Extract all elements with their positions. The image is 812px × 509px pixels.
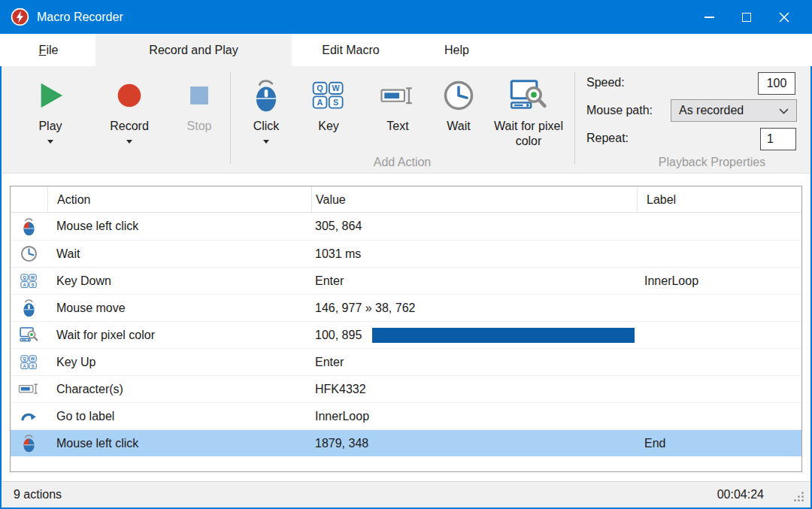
mouse-click-icon bbox=[250, 74, 282, 117]
svg-text:W: W bbox=[31, 275, 35, 280]
table-row[interactable]: Mouse move146, 977 » 38, 762 bbox=[11, 294, 801, 321]
text-field-icon bbox=[11, 382, 47, 395]
label-cell: End bbox=[637, 437, 801, 450]
stop-icon bbox=[186, 74, 212, 117]
repeat-input[interactable] bbox=[760, 128, 796, 150]
click-button[interactable]: Click bbox=[236, 71, 296, 144]
repeat-label: Repeat: bbox=[586, 132, 629, 145]
table-row[interactable]: Wait for pixel color100, 895 bbox=[11, 321, 801, 348]
tab-record-and-play[interactable]: Record and Play bbox=[95, 34, 292, 66]
record-icon bbox=[116, 74, 143, 117]
wait-for-pixel-color-button[interactable]: Wait for pixel color bbox=[483, 71, 574, 149]
toolbar-button-label: Wait for pixel color bbox=[483, 119, 574, 149]
tab-edit-macro[interactable]: Edit Macro bbox=[292, 34, 410, 66]
status-bar: 9 actions 00:04:24 bbox=[2, 481, 810, 507]
minimize-icon bbox=[704, 17, 714, 18]
tab-label: File bbox=[39, 44, 59, 57]
ribbon-tab-bar: FileRecord and PlayEdit MacroHelp bbox=[0, 34, 812, 66]
value-cell: 100, 895 bbox=[311, 328, 637, 343]
table-row[interactable]: Mouse left click1879, 348End bbox=[11, 429, 801, 456]
mouse-left-click-icon bbox=[11, 217, 47, 236]
minimize-button[interactable] bbox=[690, 0, 728, 34]
mouse-path-select[interactable]: As recorded bbox=[671, 99, 797, 122]
svg-text:A: A bbox=[23, 282, 26, 286]
add-action-group-label: Add Action bbox=[307, 156, 498, 169]
play-icon bbox=[36, 74, 65, 117]
title-bar: Macro Recorder bbox=[0, 0, 812, 34]
action-cell: Mouse move bbox=[47, 301, 311, 315]
tab-label: Edit Macro bbox=[322, 44, 379, 57]
value-cell: 1031 ms bbox=[311, 247, 637, 261]
text-field-icon bbox=[380, 74, 416, 117]
action-column-header[interactable]: Action bbox=[47, 186, 311, 213]
value-cell: Enter bbox=[311, 356, 637, 369]
pixel-color-icon bbox=[510, 74, 548, 117]
play-button[interactable]: Play bbox=[9, 71, 92, 144]
action-cell: Character(s) bbox=[47, 383, 311, 396]
tab-label: Help bbox=[444, 44, 469, 57]
icon-column-header bbox=[11, 186, 47, 213]
stop-button: Stop bbox=[167, 71, 232, 134]
maximize-button[interactable] bbox=[728, 0, 765, 34]
wait-button[interactable]: Wait bbox=[435, 71, 483, 134]
close-button[interactable] bbox=[765, 0, 803, 34]
value-cell: 1879, 348 bbox=[311, 437, 637, 450]
close-icon bbox=[779, 12, 789, 23]
resize-grip[interactable] bbox=[793, 491, 804, 502]
playback-properties-group-label: Playback Properties bbox=[624, 156, 800, 169]
table-row[interactable]: Go to labelInnerLoop bbox=[11, 402, 801, 429]
clock-icon bbox=[443, 74, 474, 117]
dropdown-arrow-icon bbox=[47, 140, 53, 144]
value-text: InnerLoop bbox=[315, 410, 369, 423]
text-button[interactable]: Text bbox=[361, 71, 435, 134]
toolbar-button-label: Wait bbox=[447, 119, 470, 134]
value-text: 305, 864 bbox=[315, 220, 362, 233]
tab-help[interactable]: Help bbox=[410, 34, 504, 66]
pixel-color-icon bbox=[11, 326, 47, 344]
table-row[interactable]: Mouse left click305, 864 bbox=[11, 213, 801, 240]
actions-count: 9 actions bbox=[14, 488, 62, 501]
table-row[interactable]: QWAS Key DownEnterInnerLoop bbox=[11, 267, 801, 294]
toolbar-button-label: Text bbox=[386, 119, 408, 134]
tab-label: Record and Play bbox=[149, 44, 238, 57]
action-cell: Go to label bbox=[47, 410, 311, 423]
speed-input[interactable] bbox=[758, 72, 795, 95]
table-row[interactable]: Character(s)HFK4332 bbox=[11, 375, 801, 402]
label-column-header[interactable]: Label bbox=[637, 186, 801, 213]
macro-recorder-window: Macro Recorder FileRecord and PlayEdit M… bbox=[0, 0, 812, 509]
toolbar-button-label: Stop bbox=[187, 119, 212, 134]
value-column-header[interactable]: Value bbox=[311, 186, 637, 213]
tab-file[interactable]: File bbox=[2, 34, 95, 66]
toolbar-button-label: Key bbox=[318, 119, 339, 134]
group-separator bbox=[574, 72, 575, 164]
mouse-path-selected-value: As recorded bbox=[679, 104, 744, 117]
dropdown-arrow-icon bbox=[263, 140, 269, 144]
action-cell: Wait for pixel color bbox=[47, 329, 311, 342]
table-row[interactable]: Wait1031 ms bbox=[11, 240, 801, 267]
value-text: 1879, 348 bbox=[315, 437, 368, 450]
value-text: 1031 ms bbox=[315, 247, 361, 261]
svg-text:S: S bbox=[32, 282, 35, 286]
mouse-path-label: Mouse path: bbox=[586, 104, 653, 117]
value-cell: HFK4332 bbox=[311, 383, 637, 396]
app-logo-icon bbox=[11, 8, 29, 26]
value-cell: InnerLoop bbox=[311, 410, 637, 423]
table-row[interactable]: QWAS Key UpEnter bbox=[11, 348, 801, 375]
clock-icon bbox=[11, 245, 47, 262]
maximize-icon bbox=[742, 13, 751, 22]
svg-text:W: W bbox=[31, 356, 35, 361]
toolbar-button-label: Play bbox=[38, 119, 62, 134]
group-separator bbox=[230, 72, 231, 164]
mouse-move-icon bbox=[11, 298, 47, 317]
label-cell: InnerLoop bbox=[637, 274, 801, 288]
speed-label: Speed: bbox=[586, 76, 625, 89]
toolbar-button-label: Record bbox=[110, 119, 149, 134]
keyboard-icon: QWAS bbox=[312, 74, 345, 117]
value-cell: 305, 864 bbox=[311, 220, 637, 233]
window-title: Macro Recorder bbox=[37, 11, 123, 24]
keyboard-icon: QWAS bbox=[11, 355, 47, 370]
key-button[interactable]: QWAS Key bbox=[296, 71, 361, 134]
svg-text:Q: Q bbox=[317, 84, 323, 93]
record-button[interactable]: Record bbox=[92, 71, 167, 144]
value-text: 100, 895 bbox=[315, 329, 362, 342]
